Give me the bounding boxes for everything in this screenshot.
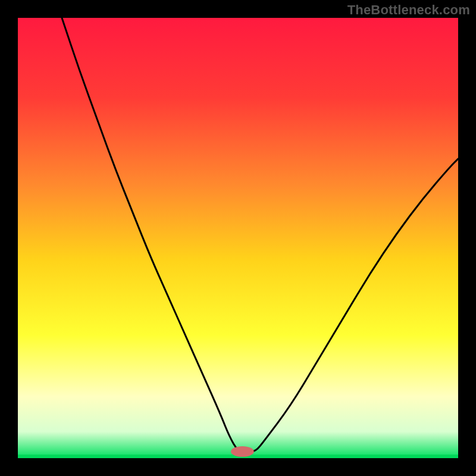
optimal-marker: [231, 446, 253, 457]
watermark-text: TheBottleneck.com: [347, 2, 470, 18]
chart-svg: [18, 18, 458, 458]
bottleneck-plot: [18, 18, 458, 458]
chart-frame: TheBottleneck.com: [0, 0, 476, 476]
